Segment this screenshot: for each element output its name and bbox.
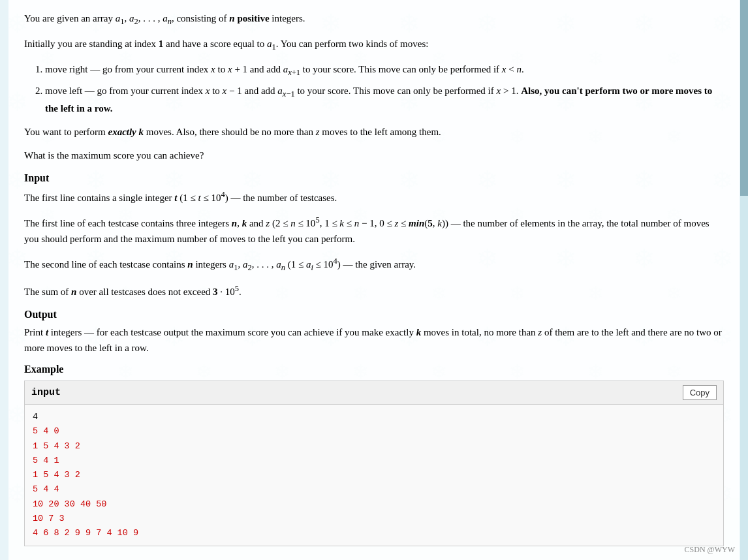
code-line-5: 1 5 4 3 2	[33, 468, 715, 482]
content-area: You are given an array a1, a2, . . . , a…	[24, 10, 724, 546]
code-line-2: 5 4 0	[33, 424, 715, 439]
code-line-1: 4	[33, 410, 715, 424]
code-line-8: 10 7 3	[33, 512, 715, 526]
example-section: Example input Copy 4 5 4 0 1 5 4 3 2 5 4…	[24, 364, 724, 546]
example-title: Example	[24, 364, 724, 375]
code-line-3: 1 5 4 3 2	[33, 439, 715, 454]
code-line-9: 4 6 8 2 9 9 7 4 10 9	[33, 526, 715, 540]
input-section-title: Input	[24, 172, 724, 184]
code-block-header: input Copy	[25, 381, 723, 405]
move-right: move right — go from your current index …	[45, 61, 724, 79]
code-line-7: 10 20 30 40 50	[33, 497, 715, 512]
input-para-4: The sum of n over all testcases does not…	[24, 282, 724, 300]
output-section-title: Output	[24, 309, 724, 320]
input-para-2: The first line of each testcase contains…	[24, 213, 724, 247]
code-block-label: input	[31, 387, 61, 398]
intro-para-3: You want to perform exactly k moves. Als…	[24, 124, 724, 140]
copy-button[interactable]: Copy	[683, 385, 717, 400]
scroll-thumb[interactable]	[740, 0, 748, 196]
intro-para-1: You are given an array a1, a2, . . . , a…	[24, 10, 724, 28]
main-content: You are given an array a1, a2, . . . , a…	[8, 0, 740, 560]
intro-para-2: Initially you are standing at index 1 an…	[24, 36, 724, 54]
input-para-1: The first line contains a single integer…	[24, 188, 724, 206]
code-block-content: 4 5 4 0 1 5 4 3 2 5 4 1 1 5 4 3 2 5 4 4 …	[25, 405, 723, 546]
watermark: CSDN @WYW	[685, 545, 735, 555]
intro-para-4: What is the maximum score you can achiev…	[24, 148, 724, 163]
moves-list: move right — go from your current index …	[45, 61, 724, 116]
code-block: input Copy 4 5 4 0 1 5 4 3 2 5 4 1 1 5 4…	[24, 381, 724, 546]
output-para-1: Print t integers — for each testcase out…	[24, 324, 724, 356]
scrollbar[interactable]	[740, 0, 748, 560]
input-para-3: The second line of each testcase contain…	[24, 255, 724, 274]
code-line-6: 5 4 4	[33, 482, 715, 497]
move-left: move left — go from your current index x…	[45, 83, 724, 116]
code-line-4: 5 4 1	[33, 454, 715, 468]
